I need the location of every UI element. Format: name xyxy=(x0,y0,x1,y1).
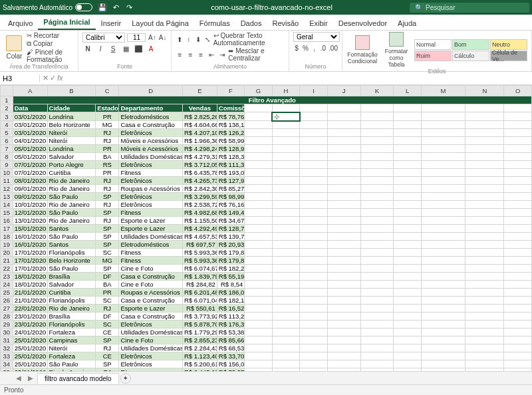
cell[interactable]: RJ xyxy=(96,201,119,209)
cell[interactable]: 15/01/2020 xyxy=(13,225,47,233)
cell[interactable]: MG xyxy=(96,121,119,129)
row-header[interactable]: 26 xyxy=(1,297,13,305)
undo-icon[interactable]: ↶ xyxy=(111,3,120,12)
cell[interactable]: R$ 2.855,23 xyxy=(182,336,217,344)
cell[interactable]: R$ 8,54 xyxy=(217,281,245,289)
cell[interactable]: R$ 85,66 xyxy=(217,336,245,344)
search-box[interactable]: 🔍 Pesquisar xyxy=(410,3,529,13)
font-size-input[interactable] xyxy=(127,33,146,42)
cell[interactable]: R$ 1.123,40 xyxy=(182,352,217,360)
cell[interactable]: Santos xyxy=(47,241,96,249)
cell[interactable]: Rio de Janeiro xyxy=(47,177,96,185)
cell[interactable]: R$ 1.839,79 xyxy=(182,273,217,281)
sheet-tab[interactable]: filtro avancado modelo xyxy=(37,373,119,384)
cell[interactable]: CE xyxy=(96,329,119,336)
wrap-text-button[interactable]: ↩ Quebrar Texto Automaticamente xyxy=(213,32,285,47)
cell[interactable]: R$ 4.265,73 xyxy=(182,177,217,185)
cell[interactable]: DF xyxy=(96,313,119,321)
column-header[interactable]: A xyxy=(13,86,47,96)
row-header[interactable]: 14 xyxy=(1,201,13,209)
tab-fórmulas[interactable]: Fórmulas xyxy=(194,17,235,30)
copy-button[interactable]: ⧉ Copiar xyxy=(27,40,74,48)
cell[interactable]: Esporte e Lazer xyxy=(119,217,182,225)
cell[interactable]: Londrina xyxy=(47,112,96,121)
cell[interactable]: R$ 5.993,36 xyxy=(182,257,217,265)
cell[interactable]: Salvador xyxy=(47,281,96,289)
cell[interactable]: R$ 182,13 xyxy=(217,297,245,305)
orientation-icon[interactable]: ⤡ xyxy=(204,34,211,45)
increase-decimal-icon[interactable]: .0 xyxy=(320,43,327,53)
cell[interactable]: PR xyxy=(96,145,119,153)
cell[interactable]: R$ 193,07 xyxy=(217,169,245,177)
cell[interactable]: 25/01/2020 xyxy=(13,344,47,352)
cell[interactable]: 25/01/2020 xyxy=(13,352,47,360)
row-header[interactable]: 16 xyxy=(1,217,13,225)
cell[interactable]: Niterói xyxy=(47,344,96,352)
cell[interactable]: R$ 113,22 xyxy=(217,313,245,321)
cell[interactable]: R$ 4.298,24 xyxy=(182,145,217,153)
column-header[interactable]: F xyxy=(217,86,245,96)
italic-button[interactable]: I xyxy=(95,43,106,54)
row-header[interactable]: 21 xyxy=(1,257,13,265)
cell[interactable]: Eletrônicos xyxy=(119,352,182,360)
format-as-table-button[interactable]: Formatar como Tabela xyxy=(380,32,412,68)
fx-icon[interactable]: fx xyxy=(57,74,63,82)
cell[interactable]: R$ 4.604,66 xyxy=(182,121,217,129)
cell[interactable]: Utilidades Domésticas xyxy=(119,233,182,241)
save-icon[interactable]: 💾 xyxy=(98,3,107,12)
cell[interactable]: Brasília xyxy=(47,313,96,321)
cell[interactable]: Roupas e Acessórios xyxy=(119,185,182,193)
cell[interactable]: 17/01/2020 xyxy=(13,257,47,265)
cell[interactable]: R$ 126,21 xyxy=(217,129,245,137)
cell[interactable]: 25/01/2020 xyxy=(13,360,47,368)
cell[interactable]: Esporte e Lazer xyxy=(119,225,182,233)
cell[interactable]: Salvador xyxy=(47,153,96,161)
cell[interactable]: Casa e Construção xyxy=(119,273,182,281)
cell[interactable]: SC xyxy=(96,321,119,329)
cell[interactable]: 12/01/2020 xyxy=(13,209,47,217)
row-header[interactable]: 6 xyxy=(1,137,13,145)
cell[interactable]: R$ 6.071,04 xyxy=(182,297,217,305)
cell[interactable]: RJ xyxy=(96,129,119,137)
cell[interactable]: SP xyxy=(96,336,119,344)
cell[interactable]: 03/01/2020 xyxy=(13,121,47,129)
tab-desenvolvedor[interactable]: Desenvolvedor xyxy=(333,17,392,30)
cell[interactable]: Utilidades Domésticas xyxy=(119,344,182,352)
column-header[interactable]: K xyxy=(360,86,394,96)
cell[interactable]: Rio de Janeiro xyxy=(47,201,96,209)
cell[interactable]: Belo Horizonte xyxy=(47,257,96,265)
cell[interactable]: Florianópolis xyxy=(47,297,96,305)
cell[interactable]: R$ 550,61 xyxy=(182,305,217,313)
row-header[interactable]: 27 xyxy=(1,305,13,313)
tab-layout-da-página[interactable]: Layout da Página xyxy=(126,17,194,30)
cell[interactable]: Cine e Foto xyxy=(119,265,182,273)
column-header[interactable]: C xyxy=(96,86,119,96)
indent-decrease-icon[interactable]: ⇤ xyxy=(207,49,216,60)
align-right-icon[interactable]: ≡ xyxy=(197,49,205,60)
row-header[interactable]: 1 xyxy=(1,96,13,104)
cell[interactable]: R$ 186,04 xyxy=(217,289,245,297)
cell[interactable]: R$ 16,52 xyxy=(217,305,245,313)
style-cell[interactable]: Célula de Ve... xyxy=(490,51,527,61)
cell[interactable]: Fortaleza xyxy=(47,352,96,360)
cell[interactable]: R$ 34,67 xyxy=(217,217,245,225)
cell[interactable]: Eletrônicos xyxy=(119,321,182,329)
row-header[interactable]: 34 xyxy=(1,360,13,368)
cell[interactable]: R$ 55,19 xyxy=(217,273,245,281)
currency-icon[interactable]: $ xyxy=(293,43,300,53)
style-cell[interactable]: Ruim xyxy=(414,51,452,61)
cell[interactable]: 24/01/2020 xyxy=(13,329,47,336)
percent-icon[interactable]: % xyxy=(302,43,309,53)
cell[interactable]: 17/01/2020 xyxy=(13,265,47,273)
cell[interactable]: R$ 5.200,61 xyxy=(182,360,217,368)
cell[interactable]: 21/01/2020 xyxy=(13,289,47,297)
cell[interactable]: 22/01/2020 xyxy=(13,305,47,313)
cell[interactable]: R$ 4.207,10 xyxy=(182,129,217,137)
border-button[interactable]: ▦ xyxy=(120,43,131,54)
cell[interactable]: R$ 53,38 xyxy=(217,329,245,336)
fill-color-button[interactable]: ⬛ xyxy=(133,43,144,54)
cell[interactable]: RJ xyxy=(96,185,119,193)
cell[interactable]: 05/01/2020 xyxy=(13,153,47,161)
cell[interactable]: SP xyxy=(96,360,119,368)
row-header[interactable]: 7 xyxy=(1,145,13,153)
